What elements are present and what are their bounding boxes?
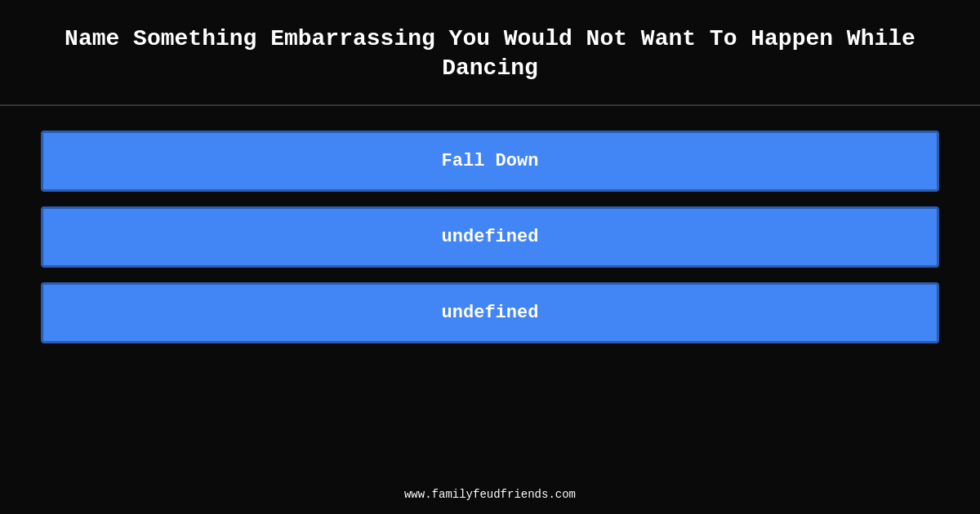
title-area: Name Something Embarrassing You Would No… [0, 0, 980, 106]
answer-text-2: undefined [442, 227, 539, 247]
answer-text-1: Fall Down [442, 151, 539, 171]
answer-button-2[interactable]: undefined [41, 206, 939, 268]
answer-button-1[interactable]: Fall Down [41, 131, 939, 192]
answers-area: Fall Down undefined undefined [0, 106, 980, 368]
answer-button-3[interactable]: undefined [41, 282, 939, 343]
footer-url: www.familyfeudfriends.com [404, 488, 576, 501]
footer: www.familyfeudfriends.com [0, 487, 980, 502]
question-title: Name Something Embarrassing You Would No… [41, 24, 939, 84]
answer-text-3: undefined [442, 303, 539, 323]
